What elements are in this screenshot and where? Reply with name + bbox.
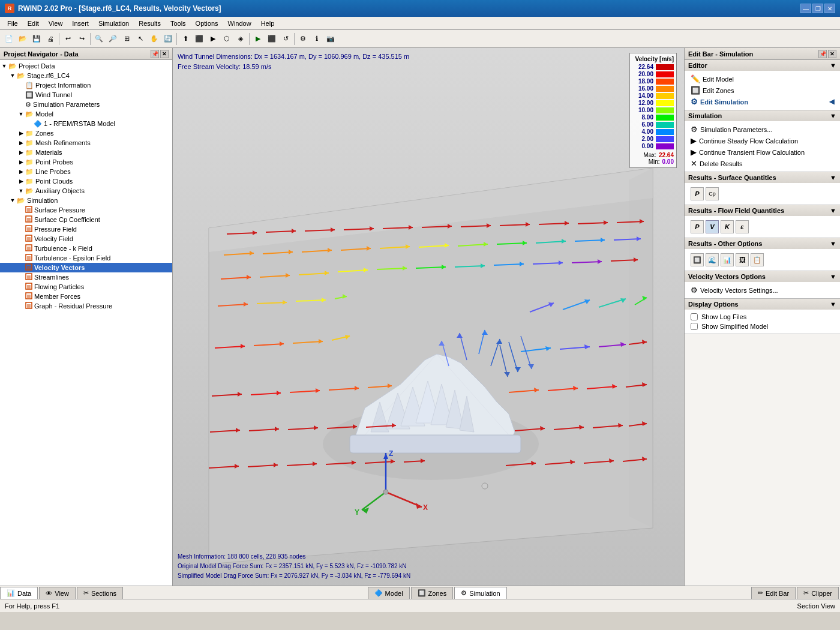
other-opt-3[interactable]: 📊 — [721, 253, 734, 266]
menu-help[interactable]: Help — [256, 19, 280, 28]
sim-params-row[interactable]: ⚙ Simulation Parameters... — [688, 124, 836, 135]
minimize-button[interactable]: — — [800, 4, 811, 13]
tree-item-flowing-particles[interactable]: Flowing Particles — [0, 282, 172, 292]
tree-item-point-clouds[interactable]: ▶📁Point Clouds — [0, 176, 172, 186]
edit-model-row[interactable]: ✏️ Edit Model — [688, 73, 836, 85]
tree-item-velocity-vectors[interactable]: Velocity Vectors — [0, 263, 172, 272]
edit-zones-row[interactable]: 🔲 Edit Zones — [688, 85, 836, 96]
tab-clipper[interactable]: ✂ Clipper — [797, 587, 839, 599]
tb-redo[interactable]: ↪ — [75, 32, 88, 46]
tb-undo[interactable]: ↩ — [61, 32, 74, 46]
tb-info[interactable]: ℹ — [310, 32, 323, 46]
tb-view-top[interactable]: ⬆ — [179, 32, 192, 46]
show-simplified-model-checkbox[interactable] — [691, 323, 698, 330]
tree-item-materials[interactable]: ▶📁Materials — [0, 148, 172, 157]
tb-run[interactable]: ▶ — [251, 32, 265, 46]
tb-view-iso[interactable]: ◈ — [234, 32, 247, 46]
other-opt-1[interactable]: 🔲 — [691, 253, 704, 266]
tb-screenshot[interactable]: 📷 — [324, 32, 337, 46]
right-panel-pin[interactable]: 📌 — [818, 50, 827, 58]
tree-item-graph-residual[interactable]: Graph - Residual Pressure — [0, 301, 172, 311]
tree-item-member-forces[interactable]: Member Forces — [0, 292, 172, 301]
tree-item-stage[interactable]: ▼📂Stage.rf6_LC4 — [0, 71, 172, 80]
tb-select[interactable]: ↖ — [134, 32, 147, 46]
menu-edit[interactable]: Edit — [23, 19, 44, 28]
tab-view[interactable]: 👁 View — [39, 587, 76, 599]
tb-pan[interactable]: ✋ — [148, 32, 161, 46]
flow-k-btn[interactable]: K — [721, 220, 734, 233]
tb-zoom-out[interactable]: 🔎 — [106, 32, 119, 46]
other-opt-2[interactable]: 🌊 — [706, 253, 719, 266]
tab-model[interactable]: 🔷 Model — [368, 587, 410, 599]
tree-item-turbulence-k[interactable]: Turbulence - k Field — [0, 244, 172, 253]
tb-open[interactable]: 📂 — [16, 32, 29, 46]
maximize-button[interactable]: ❐ — [812, 4, 823, 13]
tb-rotate[interactable]: 🔄 — [161, 32, 175, 46]
menu-results[interactable]: Results — [134, 19, 166, 28]
tree-item-point-probes[interactable]: ▶📁Point Probes — [0, 157, 172, 167]
tree-item-project-info[interactable]: 📋Project Information — [0, 80, 172, 90]
tree-item-mesh-refinements[interactable]: ▶📁Mesh Refinements — [0, 138, 172, 148]
tree-item-model[interactable]: ▼📂Model — [0, 109, 172, 119]
velocity-vectors-header[interactable]: Velocity Vectors Options ▼ — [685, 271, 840, 282]
tree-item-zones[interactable]: ▶📁Zones — [0, 128, 172, 138]
continue-steady-row[interactable]: ▶ Continue Steady Flow Calculation — [688, 135, 836, 146]
flow-v-btn[interactable]: V — [706, 220, 719, 233]
tb-settings[interactable]: ⚙ — [296, 32, 310, 46]
flow-field-header[interactable]: Results - Flow Field Quantities ▼ — [685, 205, 840, 216]
menu-view[interactable]: View — [44, 19, 68, 28]
panel-pin-button[interactable]: 📌 — [151, 50, 159, 58]
tb-view-front[interactable]: ⬛ — [193, 32, 206, 46]
tb-save[interactable]: 💾 — [30, 32, 43, 46]
tree-item-simulation[interactable]: ▼📂Simulation — [0, 196, 172, 205]
tree-item-sim-params[interactable]: ⚙Simulation Parameters — [0, 100, 172, 109]
other-opt-5[interactable]: 📋 — [751, 253, 764, 266]
flow-p-btn[interactable]: P — [691, 220, 704, 233]
other-options-header[interactable]: Results - Other Options ▼ — [685, 238, 840, 249]
cp-btn[interactable]: Cp — [706, 187, 719, 200]
tree-item-rfem-model[interactable]: 🔷1 - RFEM/RSTAB Model — [0, 119, 172, 128]
tree-item-project-data[interactable]: ▼📂Project Data — [0, 61, 172, 71]
viewport[interactable]: Z X Y Wind Tunnel Dimensions: Dx = 1634.… — [173, 48, 684, 586]
menu-insert[interactable]: Insert — [67, 19, 94, 28]
tb-new[interactable]: 📄 — [2, 32, 16, 46]
close-button[interactable]: ✕ — [824, 4, 835, 13]
tab-zones[interactable]: 🔲 Zones — [411, 587, 454, 599]
tb-view-3d[interactable]: ⬡ — [220, 32, 233, 46]
tb-print[interactable]: 🖨 — [44, 32, 57, 46]
tb-view-right[interactable]: ▶ — [206, 32, 220, 46]
tree-item-velocity-field[interactable]: Velocity Field — [0, 234, 172, 244]
simulation-section-header[interactable]: Simulation ▼ — [685, 110, 840, 121]
edit-simulation-row[interactable]: ⚙ Edit Simulation ◀ — [688, 96, 836, 107]
tb-zoom-in[interactable]: 🔍 — [92, 32, 106, 46]
tree-item-line-probes[interactable]: ▶📁Line Probes — [0, 167, 172, 176]
menu-file[interactable]: File — [2, 19, 23, 28]
pressure-btn[interactable]: P — [691, 187, 704, 200]
panel-close-button[interactable]: ✕ — [160, 50, 169, 58]
tb-refresh[interactable]: ↺ — [279, 32, 292, 46]
right-panel-close[interactable]: ✕ — [828, 50, 836, 58]
menu-window[interactable]: Window — [223, 19, 256, 28]
menu-options[interactable]: Options — [191, 19, 223, 28]
other-opt-4[interactable]: 🖼 — [736, 253, 749, 266]
delete-results-row[interactable]: ✕ Delete Results — [688, 158, 836, 169]
flow-eps-btn[interactable]: ε — [736, 220, 749, 233]
tree-item-pressure-field[interactable]: Pressure Field — [0, 224, 172, 234]
tb-zoom-all[interactable]: ⊞ — [120, 32, 133, 46]
tree-item-auxiliary-objects[interactable]: ▼📂Auxiliary Objects — [0, 186, 172, 196]
tree-item-surface-pressure[interactable]: Surface Pressure — [0, 205, 172, 215]
tab-sections[interactable]: ✂ Sections — [77, 587, 123, 599]
tab-edit-bar[interactable]: ✏ Edit Bar — [751, 587, 796, 599]
tree-item-turbulence-epsilon[interactable]: Turbulence - Epsilon Field — [0, 253, 172, 263]
continue-transient-row[interactable]: ▶ Continue Transient Flow Calculation — [688, 146, 836, 158]
show-simplified-model-row[interactable]: Show Simplified Model — [688, 322, 836, 331]
tree-item-wind-tunnel[interactable]: 🔲Wind Tunnel — [0, 90, 172, 100]
tb-stop[interactable]: ⬛ — [265, 32, 278, 46]
editor-section-header[interactable]: Editor ▼ — [685, 60, 840, 71]
tab-data[interactable]: 📊 Data — [0, 587, 38, 599]
tree-item-streamlines[interactable]: Streamlines — [0, 272, 172, 282]
menu-simulation[interactable]: Simulation — [94, 19, 134, 28]
surface-quantities-header[interactable]: Results - Surface Quantities ▼ — [685, 172, 840, 183]
tab-simulation[interactable]: ⚙ Simulation — [454, 587, 506, 599]
show-log-files-checkbox[interactable] — [691, 313, 698, 320]
